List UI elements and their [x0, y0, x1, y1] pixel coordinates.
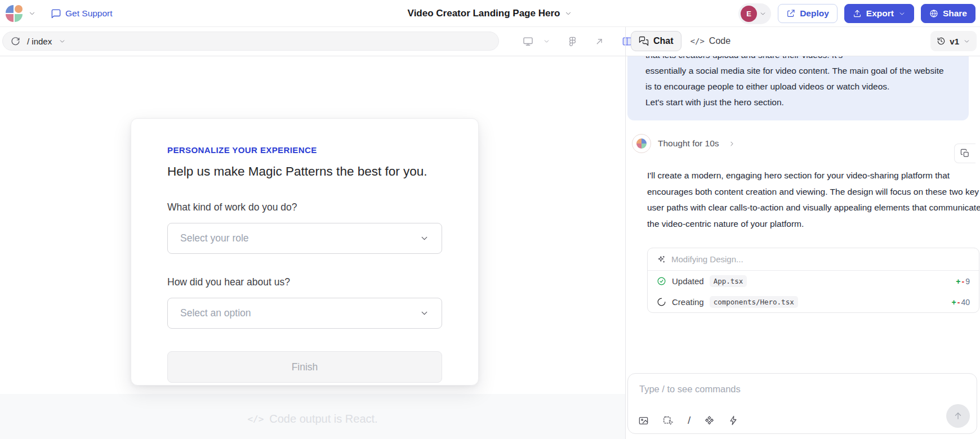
- project-title-text: Video Creator Landing Page Hero: [408, 8, 560, 19]
- user-message-body: essentially a social media site for vide…: [645, 63, 951, 95]
- chevron-down-icon: [898, 10, 906, 17]
- modal-eyebrow: PERSONALIZE YOUR EXPERIENCE: [167, 145, 442, 155]
- thought-label: Thought for 10s: [658, 138, 719, 149]
- preview-panel: </> Code output is React. PERSONALIZE YO…: [0, 56, 625, 439]
- attach-image-icon[interactable]: [638, 415, 649, 426]
- figma-icon[interactable]: [568, 37, 577, 46]
- question-role-label: What kind of work do you do?: [167, 201, 442, 213]
- arrow-up-icon: [953, 411, 963, 421]
- tab-chat[interactable]: Chat: [631, 31, 681, 51]
- refresh-icon[interactable]: [11, 37, 20, 46]
- tool-status-text: Modifying Design...: [671, 254, 743, 264]
- file-change-row[interactable]: Creating components/Hero.tsx + - 40: [648, 292, 979, 312]
- referral-select-placeholder: Select an option: [180, 307, 251, 319]
- code-icon: </>: [247, 414, 264, 424]
- account-menu[interactable]: E: [738, 3, 771, 24]
- address-bar[interactable]: / index: [2, 32, 499, 51]
- minus-sign: -: [957, 298, 960, 307]
- desktop-viewport-icon[interactable]: [523, 36, 533, 47]
- chat-icon: [639, 36, 649, 46]
- file-action: Creating: [672, 297, 704, 307]
- tab-code[interactable]: </> Code: [691, 36, 731, 46]
- history-icon: [937, 37, 946, 46]
- chat-panel: that lets creators upload and share thei…: [626, 56, 980, 439]
- change-count: 40: [961, 298, 970, 307]
- plus-sign: +: [952, 298, 956, 307]
- code-tab-label: Code: [709, 36, 730, 46]
- file-action: Updated: [672, 276, 704, 286]
- version-selector[interactable]: v1: [930, 31, 977, 51]
- code-icon: </>: [691, 37, 705, 46]
- chat-messages: that lets creators upload and share thei…: [626, 56, 980, 371]
- thought-row[interactable]: Thought for 10s: [632, 134, 980, 153]
- sparkle-icon: [657, 255, 666, 264]
- file-chip: components/Hero.tsx: [710, 296, 798, 308]
- referral-select[interactable]: Select an option: [167, 298, 442, 329]
- project-title[interactable]: Video Creator Landing Page Hero: [408, 8, 573, 19]
- diff-count: + - 40: [952, 298, 970, 307]
- user-message-last-line: Let's start with just the hero section.: [645, 95, 951, 110]
- check-circle-icon: [657, 276, 666, 286]
- finish-button[interactable]: Finish: [167, 351, 442, 383]
- chevron-down-icon: [963, 38, 970, 45]
- chevron-down-icon[interactable]: [28, 10, 36, 17]
- chevron-down-icon: [759, 10, 767, 17]
- assistant-avatar: [632, 134, 651, 153]
- globe-icon: [929, 9, 938, 18]
- deploy-label: Deploy: [800, 8, 829, 19]
- get-support-label: Get Support: [65, 8, 113, 19]
- deploy-button[interactable]: Deploy: [778, 4, 838, 23]
- change-count: 9: [965, 277, 970, 286]
- copy-icon: [960, 149, 970, 158]
- chevron-down-icon: [564, 10, 572, 17]
- send-button[interactable]: [946, 404, 970, 428]
- version-label: v1: [950, 37, 959, 46]
- spinner-icon: [657, 297, 666, 307]
- file-change-row[interactable]: Updated App.tsx + - 9: [648, 271, 979, 292]
- chat-bubble-icon: [51, 8, 61, 19]
- preview-footer: </> Code output is React.: [0, 394, 625, 439]
- chat-tab-label: Chat: [653, 36, 674, 46]
- chevron-down-icon[interactable]: [543, 38, 550, 45]
- assistant-message: I'll create a modern, engaging hero sect…: [647, 168, 980, 232]
- code-output-note-text: Code output is React.: [269, 413, 377, 425]
- share-button[interactable]: Share: [921, 4, 975, 23]
- plus-sign: +: [956, 277, 960, 286]
- preview-toolbar: / index: [0, 27, 980, 56]
- slash-command-icon[interactable]: /: [688, 414, 691, 427]
- modal-heading: Help us make Magic Patterns the best for…: [167, 164, 442, 179]
- personalize-modal: PERSONALIZE YOUR EXPERIENCE Help us make…: [131, 118, 479, 386]
- chat-input-placeholder: Type / to see commands: [639, 384, 965, 395]
- upload-icon: [853, 9, 862, 18]
- avatar: E: [741, 6, 757, 22]
- code-output-note: </> Code output is React.: [247, 399, 377, 439]
- chevron-down-icon: [420, 234, 429, 243]
- chevron-down-icon: [420, 308, 429, 318]
- question-referral-label: How did you hear about us?: [167, 276, 442, 288]
- magic-patterns-logo-icon[interactable]: [6, 5, 23, 22]
- share-label: Share: [943, 8, 967, 19]
- role-select-placeholder: Select your role: [180, 232, 249, 244]
- minus-sign: -: [962, 277, 965, 286]
- copy-message-button[interactable]: [954, 144, 975, 163]
- magic-patterns-app: Get Support Video Creator Landing Page H…: [0, 0, 980, 439]
- role-select[interactable]: Select your role: [167, 223, 442, 254]
- chevron-down-icon[interactable]: [59, 38, 66, 45]
- chevron-right-icon: [728, 140, 736, 147]
- external-link-icon: [786, 9, 795, 18]
- get-support-link[interactable]: Get Support: [51, 8, 113, 19]
- lightning-icon[interactable]: [728, 415, 738, 425]
- export-label: Export: [866, 8, 894, 19]
- export-button[interactable]: Export: [844, 4, 914, 23]
- top-header: Get Support Video Creator Landing Page H…: [0, 0, 980, 27]
- user-message-clipped-line: that lets creators upload and share thei…: [645, 56, 951, 63]
- route-path: / index: [27, 37, 52, 46]
- open-in-new-window-icon[interactable]: [595, 37, 604, 46]
- chat-input[interactable]: Type / to see commands /: [627, 373, 977, 434]
- select-element-icon[interactable]: [662, 415, 674, 426]
- user-message-bubble: that lets creators upload and share thei…: [627, 56, 969, 120]
- components-icon[interactable]: [704, 415, 715, 426]
- file-chip: App.tsx: [710, 275, 747, 287]
- tool-activity-card: Modifying Design... Updated App.tsx + - …: [647, 248, 979, 313]
- diff-count: + - 9: [956, 277, 970, 286]
